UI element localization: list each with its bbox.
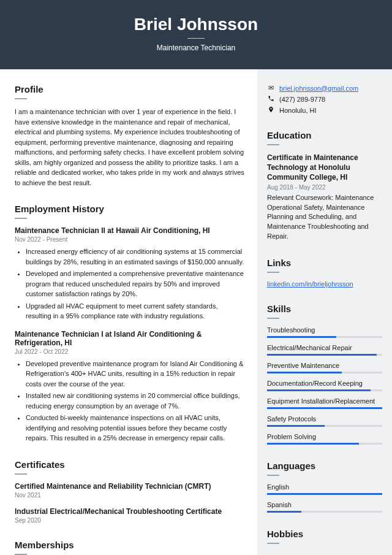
job-title: Maintenance Technician I at Island Air C… <box>15 330 245 347</box>
education-title: Certificate in Maintenance Technology at… <box>267 153 382 183</box>
language-item-bar-fill <box>267 493 382 495</box>
certificates-heading: Certificates <box>15 459 245 470</box>
hobbies-heading: Hobbies <box>267 529 382 539</box>
skill-item-name: Electrical/Mechanical Repair <box>267 344 382 351</box>
links-heading: Links <box>267 258 382 268</box>
job-title: Maintenance Technician II at Hawaii Air … <box>15 226 245 235</box>
section-rule <box>267 272 279 273</box>
section-rule <box>267 543 279 544</box>
skill-item-bar <box>267 336 382 338</box>
hobbies-section: Hobbies <box>267 529 382 544</box>
language-item-name: English <box>267 483 382 491</box>
links-section: Links linkedin.com/in/brieljohnsson <box>267 258 382 288</box>
certificates-section: Certificates Certified Maintenance and R… <box>15 459 245 524</box>
contact-section: ✉ briel.johnsson@gmail.com (427) 289-977… <box>267 84 382 114</box>
certificate-title: Certified Maintenance and Reliability Te… <box>15 482 245 491</box>
job-dates: Jul 2022 - Oct 2022 <box>15 348 245 355</box>
section-rule <box>15 554 27 555</box>
skill-item: Safety Protocols <box>267 415 382 427</box>
skill-item-name: Problem Solving <box>267 433 382 440</box>
skill-item-bar <box>267 372 382 373</box>
profile-text: I am a maintenance technician with over … <box>15 107 245 188</box>
job-bullet: Developed preventive maintenance program… <box>26 359 245 389</box>
certificate-entry: Certified Maintenance and Reliability Te… <box>15 482 245 499</box>
job-dates: Nov 2022 - Present <box>15 236 245 243</box>
skill-item-name: Preventive Maintenance <box>267 362 382 369</box>
skill-item: Troubleshooting <box>267 326 382 338</box>
education-heading: Education <box>267 130 382 140</box>
languages-section: Languages EnglishSpanish <box>267 461 382 513</box>
job-bullet: Upgraded all HVAC equipment to meet curr… <box>26 301 245 321</box>
sidebar: ✉ briel.johnsson@gmail.com (427) 289-977… <box>257 69 392 555</box>
memberships-heading: Memberships <box>15 540 245 550</box>
job-bullet: Conducted bi-weekly maintenance inspecti… <box>26 413 245 443</box>
skills-heading: Skills <box>267 304 382 314</box>
language-item: English <box>267 483 382 495</box>
education-dates: Aug 2018 - May 2022 <box>267 184 382 191</box>
skill-item-bar-fill <box>267 443 359 445</box>
header-rule <box>187 38 205 39</box>
certificate-date: Sep 2020 <box>15 517 245 524</box>
skill-item-bar <box>267 389 382 391</box>
section-rule <box>267 475 279 476</box>
contact-phone-row: (427) 289-9778 <box>267 95 382 103</box>
skill-item-bar-fill <box>267 336 336 338</box>
job-entry: Maintenance Technician I at Island Air C… <box>15 330 245 443</box>
skill-item-bar <box>267 354 382 356</box>
skills-section: Skills TroubleshootingElectrical/Mechani… <box>267 304 382 445</box>
section-rule <box>15 473 27 475</box>
education-desc: Relevant Coursework: Maintenance Operati… <box>267 193 382 242</box>
job-bullets: Increased energy efficiency of air condi… <box>15 247 245 321</box>
job-bullet: Developed and implemented a comprehensiv… <box>26 269 245 299</box>
content: Profile I am a maintenance technician wi… <box>0 69 392 555</box>
profile-heading: Profile <box>15 84 245 94</box>
job-bullet: Installed new air conditioning systems i… <box>26 391 245 411</box>
skill-item-bar-fill <box>267 407 382 409</box>
language-item-name: Spanish <box>267 501 382 508</box>
header: Briel Johnsson Maintenance Technician <box>0 0 392 69</box>
section-rule <box>267 318 279 319</box>
linkedin-link[interactable]: linkedin.com/in/brieljohnsson <box>267 280 353 288</box>
job-bullets: Developed preventive maintenance program… <box>15 359 245 443</box>
person-title: Maintenance Technician <box>12 44 380 52</box>
skill-item-bar <box>267 443 382 445</box>
person-name: Briel Johnsson <box>12 15 380 34</box>
language-item-bar-fill <box>267 511 301 513</box>
email-icon: ✉ <box>267 84 274 92</box>
languages-heading: Languages <box>267 461 382 471</box>
language-item: Spanish <box>267 501 382 513</box>
skill-item: Documentation/Record Keeping <box>267 380 382 391</box>
skill-item-name: Troubleshooting <box>267 326 382 334</box>
contact-email-row: ✉ briel.johnsson@gmail.com <box>267 84 382 92</box>
section-rule <box>15 98 27 99</box>
skill-item-bar-fill <box>267 425 325 427</box>
skill-item: Preventive Maintenance <box>267 362 382 373</box>
location-text: Honolulu, HI <box>279 107 317 114</box>
certificate-title: Industrial Electrical/Mechanical Trouble… <box>15 507 245 516</box>
skill-item-bar-fill <box>267 372 342 373</box>
certificate-entry: Industrial Electrical/Mechanical Trouble… <box>15 507 245 524</box>
section-rule <box>15 218 27 219</box>
phone-icon <box>267 95 274 103</box>
skill-item-bar <box>267 407 382 409</box>
skill-item: Electrical/Mechanical Repair <box>267 344 382 356</box>
skill-item-name: Equipment Installation/Replacement <box>267 397 382 405</box>
job-entry: Maintenance Technician II at Hawaii Air … <box>15 226 245 321</box>
skill-item: Problem Solving <box>267 433 382 445</box>
language-item-bar <box>267 511 382 513</box>
skill-item-name: Safety Protocols <box>267 415 382 423</box>
skill-item-bar <box>267 425 382 427</box>
profile-section: Profile I am a maintenance technician wi… <box>15 84 245 188</box>
job-bullet: Increased energy efficiency of air condi… <box>26 247 245 267</box>
skill-item-bar-fill <box>267 354 377 356</box>
location-icon <box>267 106 274 114</box>
language-item-bar <box>267 493 382 495</box>
contact-location-row: Honolulu, HI <box>267 106 382 114</box>
memberships-section: Memberships National Institute for Autom… <box>15 540 245 556</box>
education-section: Education Certificate in Maintenance Tec… <box>267 130 382 242</box>
skill-item-name: Documentation/Record Keeping <box>267 380 382 387</box>
employment-section: Employment History Maintenance Technicia… <box>15 204 245 443</box>
phone-text: (427) 289-9778 <box>279 96 325 103</box>
email-link[interactable]: briel.johnsson@gmail.com <box>279 85 358 92</box>
main-column: Profile I am a maintenance technician wi… <box>0 69 257 555</box>
